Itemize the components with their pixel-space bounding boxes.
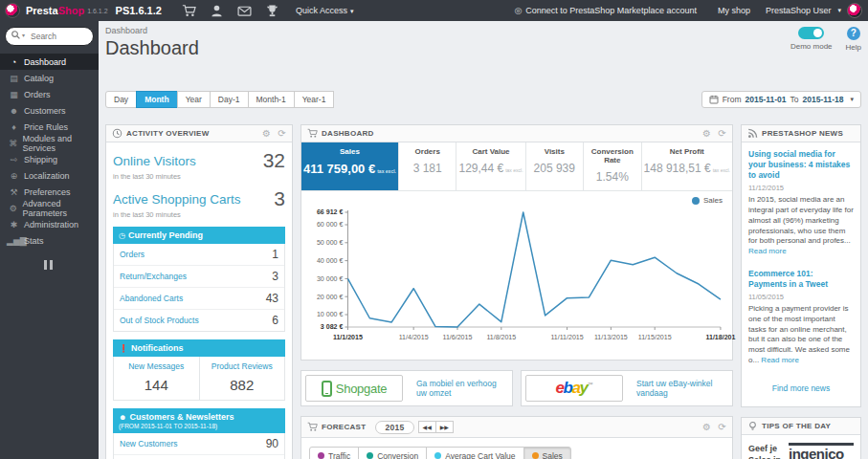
kpi-tab-conversion-rate[interactable]: Conversion Rate1.54% bbox=[584, 142, 642, 190]
panel-title: PRESTASHOP NEWS bbox=[762, 129, 843, 138]
messages-icon[interactable] bbox=[237, 4, 252, 18]
kpi-tab-sales[interactable]: Sales411 759,00 €tax excl. bbox=[301, 142, 399, 190]
range-button-month-1[interactable]: Month-1 bbox=[248, 91, 295, 108]
customers-row-new-customers[interactable]: New Customers90 bbox=[114, 433, 284, 454]
sidebar-item-dashboard[interactable]: ◔Dashboard bbox=[0, 54, 99, 70]
ebay-banner[interactable]: ebay™ Start uw eBay-winkel vandaag bbox=[521, 370, 733, 406]
tips-of-the-day-panel: TIPS OF THE DAY ingenico Paymentservices… bbox=[741, 417, 861, 459]
customers-row-new-subscriptions[interactable]: New Subscriptions18 bbox=[114, 454, 284, 459]
refresh-icon[interactable]: ⟳ bbox=[718, 129, 726, 139]
legend-dot-sales bbox=[692, 197, 700, 205]
svg-text:11/4/2015: 11/4/2015 bbox=[399, 334, 429, 340]
new-messages-stat[interactable]: New Messages144 bbox=[114, 357, 200, 400]
search-scope-chevron-icon[interactable]: ▾ bbox=[22, 32, 25, 38]
pending-row-out-of-stock[interactable]: Out of Stock Products6 bbox=[114, 309, 284, 331]
bar-chart-icon: ▂▅▇ bbox=[7, 236, 21, 246]
user-menu[interactable]: PrestaShop User▾ bbox=[766, 6, 841, 15]
toggle-sales[interactable]: Sales bbox=[523, 447, 571, 459]
refresh-icon[interactable]: ⟳ bbox=[718, 423, 726, 432]
settings-gear-icon[interactable]: ⚙ bbox=[702, 129, 711, 139]
notifications-header: ❗Notifications bbox=[113, 339, 285, 357]
sidebar-item-advanced-parameters[interactable]: ⚙Advanced Parameters bbox=[0, 200, 99, 216]
avatar[interactable] bbox=[847, 3, 862, 18]
panel-title: DASHBOARD bbox=[322, 129, 374, 138]
range-button-day[interactable]: Day bbox=[105, 91, 137, 108]
svg-text:66 912 €: 66 912 € bbox=[317, 209, 344, 216]
kpi-tab-cart-value[interactable]: Cart Value129,44 €tax excl. bbox=[456, 142, 525, 190]
chevron-down-icon: ▾ bbox=[350, 8, 354, 14]
help-icon[interactable]: ? bbox=[847, 27, 860, 40]
sidebar-item-shipping[interactable]: ⇨Shipping bbox=[0, 151, 99, 167]
sidebar-item-localization[interactable]: ⊕Localization bbox=[0, 167, 99, 184]
marketplace-icon: ◎ bbox=[514, 6, 522, 15]
sidebar-item-orders[interactable]: ▦Orders bbox=[0, 86, 99, 102]
globe-icon: ⊕ bbox=[7, 171, 21, 181]
help-control: ? Help bbox=[846, 27, 861, 52]
cogs-icon: ⚙ bbox=[7, 204, 19, 213]
sales-chart: 66 912 €60 000 €50 000 €40 000 €30 000 €… bbox=[301, 205, 732, 360]
read-more-link[interactable]: Read more bbox=[748, 247, 787, 255]
book-icon: ▤ bbox=[7, 74, 21, 83]
marketplace-link[interactable]: ◎Connect to PrestaShop Marketplace accou… bbox=[514, 6, 696, 15]
toggle-average-cart-value[interactable]: Average Cart Value bbox=[426, 447, 523, 459]
toggle-conversion[interactable]: Conversion bbox=[358, 447, 427, 459]
clock-icon bbox=[112, 128, 122, 139]
kpi-tab-visits[interactable]: Visits205 939 bbox=[526, 142, 585, 190]
wrench-icon: ⚒ bbox=[7, 187, 21, 197]
sidebar-collapse-button[interactable] bbox=[44, 260, 56, 270]
panel-title: TIPS OF THE DAY bbox=[762, 422, 831, 430]
brand-name: PrestaShop bbox=[26, 5, 84, 16]
trophy-icon[interactable] bbox=[265, 4, 279, 18]
help-label: Help bbox=[846, 43, 861, 52]
my-shop-link[interactable]: My shop bbox=[718, 6, 750, 15]
sidebar-item-stats[interactable]: ▂▅▇Stats bbox=[0, 232, 99, 249]
read-more-link[interactable]: Read more bbox=[761, 356, 799, 364]
pending-row-abandoned-carts[interactable]: Abandoned Carts43 bbox=[114, 287, 284, 309]
cart-icon[interactable] bbox=[182, 4, 196, 18]
page-title: Dashboard bbox=[105, 37, 861, 59]
svg-text:30 000 €: 30 000 € bbox=[317, 275, 344, 282]
phone-icon bbox=[322, 381, 332, 397]
calendar-icon bbox=[709, 95, 719, 104]
refresh-icon[interactable]: ⟳ bbox=[278, 129, 286, 139]
shopgate-banner[interactable]: Shopgate Ga mobiel en verhoog uw omzet bbox=[300, 370, 513, 406]
quick-access-menu[interactable]: Quick Access▾ bbox=[296, 6, 354, 15]
active-carts-stat[interactable]: Active Shopping Carts 3 bbox=[113, 187, 285, 210]
sidebar-item-modules[interactable]: ⌘Modules and Services bbox=[0, 135, 99, 151]
brand-version: 1.6.1.2 bbox=[87, 8, 107, 14]
settings-gear-icon[interactable]: ⚙ bbox=[262, 129, 271, 139]
kpi-tab-net-profit[interactable]: Net Profit148 918,51 €tax excl. bbox=[642, 142, 732, 190]
range-button-month[interactable]: Month bbox=[136, 91, 178, 108]
find-more-news-link[interactable]: Find more news bbox=[748, 378, 854, 403]
news-title-link[interactable]: Using social media for your business: 4 … bbox=[748, 149, 854, 181]
online-visitors-stat[interactable]: Online Visitors 32 bbox=[113, 149, 285, 172]
news-item: Using social media for your business: 4 … bbox=[748, 149, 854, 257]
range-button-year[interactable]: Year bbox=[177, 91, 211, 108]
sidebar-item-preferences[interactable]: ⚒Preferences bbox=[0, 184, 99, 200]
person-icon: ☻ bbox=[119, 413, 126, 422]
demo-mode-toggle[interactable] bbox=[798, 27, 824, 39]
range-button-year-1[interactable]: Year-1 bbox=[294, 91, 335, 108]
sidebar-item-catalog[interactable]: ▤Catalog bbox=[0, 70, 99, 86]
sidebar-item-customers[interactable]: ☻Customers bbox=[0, 102, 99, 119]
breadcrumb: Dashboard bbox=[105, 26, 861, 35]
kpi-tab-orders[interactable]: Orders3 181 bbox=[399, 142, 457, 190]
date-range-picker[interactable]: From2015-11-01 To2015-11-18 ▾ bbox=[701, 91, 861, 108]
pending-row-returns[interactable]: Return/Exchanges3 bbox=[114, 265, 284, 287]
panel-title: ACTIVITY OVERVIEW bbox=[126, 129, 210, 138]
customers-notification-icon[interactable] bbox=[210, 4, 224, 18]
sidebar-item-price-rules[interactable]: ♦Price Rules bbox=[0, 119, 99, 135]
pending-row-orders[interactable]: Orders1 bbox=[114, 244, 284, 265]
shopgate-link[interactable]: Ga mobiel en verhoog uw omzet bbox=[416, 379, 508, 398]
news-title-link[interactable]: Ecommerce 101: Payments in a Tweet bbox=[748, 269, 854, 290]
ebay-link[interactable]: Start uw eBay-winkel vandaag bbox=[636, 379, 728, 398]
range-button-day-1[interactable]: Day-1 bbox=[210, 91, 249, 108]
product-reviews-stat[interactable]: Product Reviews882 bbox=[200, 357, 285, 400]
sidebar-item-administration[interactable]: ✱Administration bbox=[0, 216, 99, 232]
forecast-year[interactable]: 2015 bbox=[375, 421, 413, 434]
previous-year-button[interactable]: ◀◀ bbox=[418, 421, 436, 433]
toggle-traffic[interactable]: Traffic bbox=[309, 447, 359, 459]
modules-icon: ⌘ bbox=[7, 139, 19, 148]
next-year-button[interactable]: ▶▶ bbox=[435, 421, 454, 433]
settings-gear-icon[interactable]: ⚙ bbox=[702, 423, 711, 432]
